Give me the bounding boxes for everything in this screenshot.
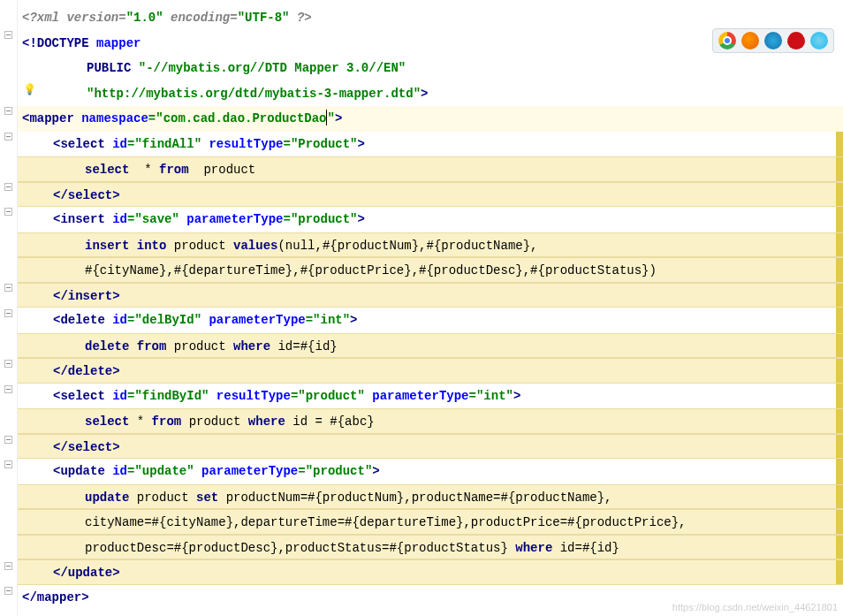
code-line: select * from product	[18, 156, 843, 182]
warning-stripe	[836, 157, 843, 181]
code-line: </select>	[18, 434, 843, 460]
warning-stripe	[836, 485, 843, 509]
fold-marker[interactable]	[4, 208, 12, 216]
fold-marker[interactable]	[4, 107, 12, 115]
code-line: </update>	[18, 559, 843, 585]
code-line: #{cityName},#{departureTime},#{productPr…	[18, 257, 843, 283]
fold-marker[interactable]	[4, 31, 12, 39]
code-line: <select id="findById" resultType="produc…	[18, 384, 843, 409]
warning-stripe	[836, 459, 843, 484]
code-line: delete from product where id=#{id}	[18, 333, 843, 359]
fold-marker[interactable]	[4, 460, 12, 468]
code-line: </select>	[18, 182, 843, 208]
code-line: update product set productNum=#{productN…	[18, 484, 843, 510]
fold-marker[interactable]	[4, 562, 12, 570]
warning-stripe	[836, 183, 843, 207]
fold-marker[interactable]	[4, 385, 12, 393]
warning-stripe	[836, 409, 843, 433]
warning-stripe	[836, 536, 843, 559]
code-line: </delete>	[18, 358, 843, 384]
code-line-current: <mapper namespace="com.cad.dao.ProductDa…	[18, 106, 843, 132]
code-line: select * from product where id = #{abc}	[18, 408, 843, 434]
fold-marker[interactable]	[4, 309, 12, 317]
code-editor[interactable]: <?xml version="1.0" encoding="UTF-8" ?> …	[18, 0, 843, 610]
code-line: <?xml version="1.0" encoding="UTF-8" ?>	[18, 5, 843, 31]
warning-stripe	[836, 308, 843, 333]
fold-marker[interactable]	[4, 360, 12, 368]
code-line: </insert>	[18, 283, 843, 308]
fold-marker[interactable]	[4, 183, 12, 191]
code-line: <insert id="save" parameterType="product…	[18, 207, 843, 232]
code-line: "http://mybatis.org/dtd/mybatis-3-mapper…	[18, 81, 843, 107]
code-line: <delete id="delById" parameterType="int"…	[18, 308, 843, 333]
fold-marker[interactable]	[4, 133, 12, 141]
code-line: PUBLIC "-//mybatis.org//DTD Mapper 3.0//…	[18, 56, 843, 81]
warning-stripe	[836, 233, 843, 257]
warning-stripe	[836, 258, 843, 282]
code-line: <update id="update" parameterType="produ…	[18, 459, 843, 484]
warning-stripe	[836, 384, 843, 409]
code-line: <select id="findAll" resultType="Product…	[18, 132, 843, 157]
warning-stripe	[836, 284, 843, 308]
warning-stripe	[836, 207, 843, 232]
code-line: cityName=#{cityName},departureTime=#{dep…	[18, 509, 843, 535]
warning-stripe	[836, 359, 843, 383]
code-line: insert into product values(null,#{produc…	[18, 232, 843, 258]
fold-marker[interactable]	[4, 436, 12, 444]
fold-marker[interactable]	[4, 284, 12, 292]
warning-stripe	[836, 132, 843, 157]
watermark-text: https://blog.csdn.net/weixin_44621801	[672, 602, 838, 612]
warning-stripe	[836, 435, 843, 459]
editor-gutter	[0, 0, 18, 616]
warning-stripe	[836, 334, 843, 358]
code-line: <!DOCTYPE mapper	[18, 31, 843, 57]
warning-stripe	[836, 560, 843, 584]
warning-stripe	[836, 510, 843, 534]
code-line: productDesc=#{productDesc},productStatus…	[18, 535, 843, 560]
fold-marker[interactable]	[4, 587, 12, 595]
